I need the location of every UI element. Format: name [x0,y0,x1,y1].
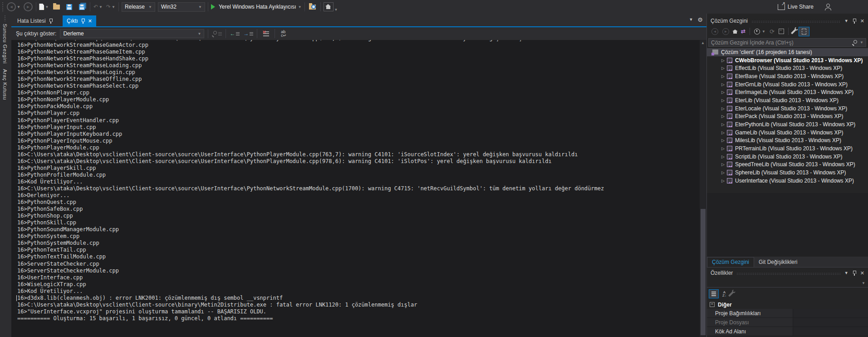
output-source-dropdown[interactable]: Derleme▼ [60,29,204,38]
chevron-down-icon[interactable]: ▼ [844,19,848,23]
property-row[interactable]: Proje Dosyası [707,318,868,327]
configuration-dropdown[interactable]: Release▼ [122,2,155,12]
sidebar-item-toolbox[interactable]: Araç Kutusu [2,69,8,100]
categorized-view-button[interactable] [709,289,719,298]
expander-icon[interactable]: ▷ [721,74,727,79]
close-icon[interactable]: ✕ [860,19,864,24]
redo-button[interactable]: ↷▼ [106,2,116,12]
forward-icon[interactable]: ► [722,28,729,35]
collapse-icon[interactable]: − [710,302,715,307]
account-icon[interactable] [824,4,832,10]
collapse-all-icon[interactable] [779,29,784,34]
property-value[interactable] [793,309,868,317]
expander-icon[interactable]: ▷ [721,58,727,63]
live-share-button[interactable]: Live Share [778,0,832,14]
web-browser-button[interactable]: ▼ [324,2,338,12]
category-row[interactable]: − Diğer [707,300,868,309]
property-value[interactable] [793,327,868,336]
refresh-icon[interactable]: ⟳ [770,28,775,35]
save-button[interactable] [64,2,74,12]
solution-search-box[interactable]: Çözüm Gezgini İçinde Ara (Ctrl+ş) ▼ [708,38,866,47]
pin-icon[interactable] [853,271,856,276]
pending-changes-filter-button[interactable]: ▼ [754,29,765,35]
properties-header[interactable]: Özellikler ▼ ✕ [707,268,868,278]
pin-icon[interactable] [49,19,53,24]
project-node[interactable]: ▷ EterBase (Visual Studio 2013 - Windows… [707,72,868,80]
clear-all-button[interactable] [261,29,271,39]
tab-error-list[interactable]: Hata Listesi [13,15,57,26]
close-icon[interactable]: ✕ [88,19,92,24]
sync-with-active-document-icon[interactable]: ⇄ [741,28,745,35]
close-icon[interactable]: ✕ [860,271,864,276]
property-row[interactable]: Proje Bağımlılıkları [707,309,868,318]
output-log[interactable]: 16>C:\Users\ataka\Desktop\vsclient\Clien… [11,40,706,337]
toolbar-grip[interactable] [2,2,4,12]
expander-icon[interactable]: ▷ [721,90,727,94]
property-row[interactable]: Kök Ad Alanı [707,327,868,336]
undo-button[interactable]: ↶▼ [93,2,103,12]
expander-icon[interactable]: ▷ [721,98,727,103]
start-debugging-button[interactable]: Yerel Windows Hata Ayıklayıcısı ▼ [211,2,302,12]
property-value[interactable] [793,318,868,327]
tab-output[interactable]: Çıktı ✕ [63,15,96,26]
expander-icon[interactable]: ▷ [721,178,727,183]
project-node[interactable]: ▷ EterImageLib (Visual Studio 2013 - Win… [707,88,868,96]
show-all-files-toggle[interactable] [799,27,809,36]
solution-node[interactable]: Çözüm 'client' (16 projeden 16 tanesi) [707,48,868,56]
expander-icon[interactable]: ▷ [721,106,727,111]
expander-icon[interactable]: ▷ [721,146,727,151]
project-node[interactable]: ▷ UserInterface (Visual Studio 2013 - Wi… [707,177,868,185]
new-file-button[interactable]: ▼ [39,2,49,12]
solution-explorer-header[interactable]: Çözüm Gezgini ▼ ✕ [707,15,868,26]
expander-icon[interactable]: ▷ [721,122,727,127]
scroll-up-icon[interactable]: ▲ [701,41,705,45]
next-message-button[interactable]: → [243,29,253,39]
project-node[interactable]: ▷ EffectLib (Visual Studio 2013 - Window… [707,64,868,72]
expander-icon[interactable]: ▷ [721,170,727,175]
save-all-button[interactable] [77,2,87,12]
project-node[interactable]: ▷ ScriptLib (Visual Studio 2013 - Window… [707,153,868,161]
navigate-back-button[interactable]: ◄▼ [7,2,20,12]
project-node[interactable]: ▷ GameLib (Visual Studio 2013 - Windows … [707,129,868,137]
project-node[interactable]: ▷ MilesLib (Visual Studio 2013 - Windows… [707,137,868,145]
alphabetical-sort-button[interactable]: AZ↓ [722,291,726,297]
word-wrap-button[interactable]: abc↵ [279,29,289,39]
pin-icon[interactable] [853,19,856,24]
project-node[interactable]: ▷ SphereLib (Visual Studio 2013 - Window… [707,168,868,177]
properties-object-dropdown[interactable]: ▼ [707,278,868,287]
expander-icon[interactable]: ▷ [721,82,727,87]
pin-icon[interactable] [81,19,85,24]
expander-icon[interactable]: ▷ [721,154,727,159]
scrollbar-thumb[interactable] [701,209,706,335]
properties-wrench-icon[interactable] [791,29,796,34]
project-node[interactable]: ▷ EterPythonLib (Visual Studio 2013 - Wi… [707,120,868,129]
find-message-icon[interactable] [212,29,222,39]
search-icon[interactable] [852,40,858,45]
navigate-forward-button[interactable]: ► [23,2,33,12]
project-node[interactable]: ▷ EterLocale (Visual Studio 2013 - Windo… [707,104,868,113]
project-node[interactable]: ▷ SpeedTreeLib (Visual Studio 2013 - Win… [707,161,868,169]
home-icon[interactable] [733,31,737,34]
find-in-files-button[interactable] [308,2,318,12]
project-node[interactable]: ▷ PRTerrainLib (Visual Studio 2013 - Win… [707,144,868,153]
expander-icon[interactable]: ▷ [721,114,727,119]
expander-icon[interactable]: ▷ [721,138,727,143]
project-node[interactable]: ▷ EterGrnLib (Visual Studio 2013 - Windo… [707,80,868,89]
open-file-button[interactable] [52,2,62,12]
bottom-tab[interactable]: Çözüm Gezgini [707,257,754,267]
project-node[interactable]: ▷ CWebBrowser (Visual Studio 2013 - Wind… [707,56,868,64]
platform-dropdown[interactable]: Win32▼ [158,2,205,12]
chevron-down-icon[interactable]: ▼ [844,271,848,275]
previous-message-button[interactable]: ← [230,29,240,39]
expander-icon[interactable]: ▷ [721,162,727,167]
expander-icon[interactable]: ▷ [721,66,727,70]
project-node[interactable]: ▷ EterPack (Visual Studio 2013 - Windows… [707,113,868,121]
project-node[interactable]: ▷ EterLib (Visual Studio 2013 - Windows … [707,96,868,104]
output-vertical-scrollbar[interactable]: ▲ [700,40,706,337]
sidebar-item-server-explorer[interactable]: Sunucu Gezgini [2,24,8,64]
back-icon[interactable]: ◄ [711,28,718,35]
property-pages-icon[interactable] [728,291,734,297]
expander-icon[interactable]: ▷ [721,130,727,135]
bottom-tab[interactable]: Git Değişiklikleri [754,258,802,267]
gear-icon[interactable]: ⚙ [697,17,703,23]
